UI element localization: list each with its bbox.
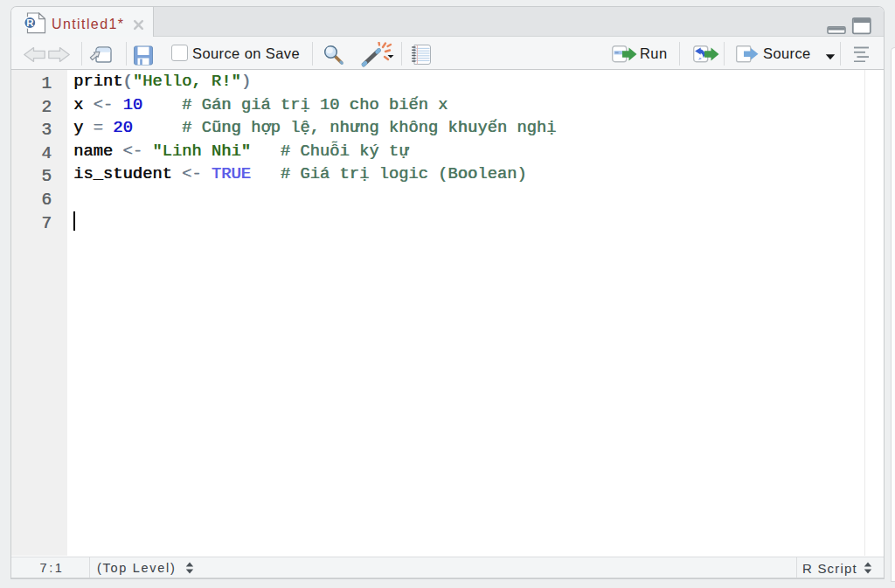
svg-text:R: R (26, 17, 34, 28)
